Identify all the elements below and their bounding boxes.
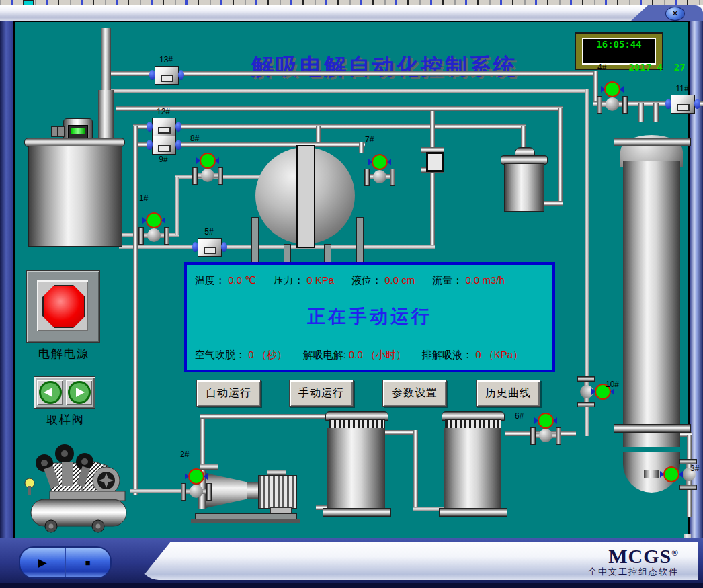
chimney-base	[98, 90, 114, 138]
mcgs-tagline: 全中文工控组态软件	[588, 566, 679, 578]
reading-item: 温度： 0.0 ℃	[195, 274, 256, 287]
pipe-segment	[430, 111, 435, 249]
valve-label: 7#	[365, 135, 374, 144]
air-compressor	[20, 432, 134, 533]
pipe-segment	[413, 430, 418, 511]
sampling-valve-control	[34, 376, 95, 409]
page-title: 解吸电解自动化控制系统	[216, 52, 552, 82]
mcgs-logo: MCGS®	[608, 544, 679, 566]
tank-b-base	[439, 508, 507, 517]
gate-valve-body	[152, 118, 176, 136]
gate-valve-body	[198, 238, 222, 257]
stirred-tank	[28, 146, 122, 247]
pump-top-flange	[200, 464, 218, 470]
electrolysis-column	[623, 161, 680, 447]
pipe-segment	[119, 245, 435, 249]
pump-volute	[206, 473, 247, 508]
window-top-band	[0, 5, 703, 22]
pipe-segment	[383, 430, 417, 435]
power-button-plate	[37, 280, 88, 331]
valve-label: 3#	[690, 464, 699, 473]
manual-run-button[interactable]: 手动运行	[289, 380, 354, 407]
column-bottom-flange	[614, 424, 691, 433]
ball-valve-body	[138, 227, 169, 243]
valve-status-lamp	[146, 212, 162, 228]
arrow-right-icon	[68, 381, 91, 404]
sample-valve-left-button[interactable]	[37, 380, 63, 405]
gate-valve-body	[155, 66, 179, 85]
arrow-left-icon	[39, 381, 62, 404]
column-outlet	[644, 470, 659, 478]
valve-label: 2#	[180, 450, 189, 459]
param-setting-button[interactable]: 参数设置	[382, 380, 447, 407]
clock-time: 16:05:44	[596, 39, 641, 50]
pipe-segment	[544, 201, 563, 206]
clock-display: 16:05:44 2017 4 27	[575, 32, 663, 70]
valve-label: 1#	[139, 194, 148, 203]
process-timers-row: 空气吹脱： 0 （秒）解吸电解: 0.0 （小时）排解吸液： 0 （KPa）	[187, 329, 552, 362]
brand-swoosh: MCGS® 全中文工控组态软件	[140, 542, 698, 580]
pipe-segment	[316, 126, 321, 142]
pipe-segment	[359, 142, 364, 153]
pump-shaft	[247, 482, 258, 499]
close-icon[interactable]: ✕	[665, 7, 685, 21]
sphere-stand-leg	[251, 217, 259, 268]
ball-valve-body	[597, 96, 628, 112]
reactor-center-column	[296, 145, 315, 248]
power-button-bezel	[26, 270, 100, 343]
play-button[interactable]: ▶	[20, 548, 66, 577]
run-control-pill: ▶ ■	[19, 546, 112, 579]
mcgs-runtime-window: ✕ 解吸电解自动化控制系统 16:05:44 2017 4 27	[0, 0, 703, 588]
tank-a-base	[323, 508, 391, 517]
pump-base-plate	[191, 519, 300, 523]
pump-motor-cap	[267, 470, 286, 475]
motor-status-lamp	[71, 128, 85, 134]
process-readings-row: 温度： 0.0 ℃压力： 0 KPa液位： 0.0 cm流量： 0.0 m3/h	[187, 265, 552, 287]
sample-valve-right-button[interactable]	[66, 380, 92, 405]
valve-label: 5#	[189, 227, 229, 237]
valve-label: 10#	[606, 380, 619, 389]
valve-status-lamp	[372, 154, 388, 170]
ball-valve-body	[192, 167, 223, 183]
gate-valve-body	[152, 136, 176, 155]
chimney-stack	[101, 28, 111, 93]
power-button-label: 电解电源	[38, 346, 89, 362]
ball-valve-body	[181, 483, 212, 499]
gate-valve-body	[671, 95, 695, 114]
valve-label: 12#	[143, 107, 183, 116]
ball-valve-body	[364, 169, 395, 185]
clock-date: 2017 4 27	[628, 62, 685, 73]
pipe-segment	[133, 124, 526, 129]
valve-status-lamp	[604, 81, 620, 97]
timer-item: 空气吹脱： 0 （秒）	[195, 349, 287, 362]
valve-status-lamp	[200, 153, 216, 169]
window-frame-bottom	[0, 583, 703, 588]
sight-glass-meter	[421, 147, 444, 173]
pipe-segment	[558, 108, 563, 206]
valve-label: 9#	[143, 155, 183, 164]
stop-button[interactable]: ■	[66, 548, 111, 577]
ball-valve-body	[530, 427, 561, 444]
timer-item: 排解吸液： 0 （KPa）	[422, 349, 523, 362]
valve-status-lamp	[663, 466, 679, 482]
auto-run-button[interactable]: 自动运行	[196, 380, 261, 407]
reading-item: 压力： 0 KPa	[274, 274, 334, 287]
reading-item: 液位： 0.0 cm	[352, 274, 415, 287]
scada-canvas: 解吸电解自动化控制系统 16:05:44 2017 4 27	[13, 21, 690, 539]
history-curve-button[interactable]: 历史曲线	[476, 380, 540, 407]
sampling-valve-label: 取样阀	[46, 412, 85, 427]
filter-vessel	[504, 163, 544, 212]
pump-motor	[258, 475, 297, 509]
column-top-flange	[614, 138, 691, 146]
valve-status-lamp	[188, 468, 204, 485]
storage-tank-a	[327, 428, 385, 509]
window-frame-left	[0, 21, 13, 538]
timer-item: 解吸电解: 0.0 （小时）	[303, 349, 406, 362]
valve-label: 8#	[190, 134, 199, 143]
valve-label: 4#	[597, 62, 606, 72]
valve-status-lamp	[538, 413, 554, 429]
run-mode-status: 正在手动运行	[187, 304, 552, 329]
valve-label: 6#	[515, 411, 524, 421]
electrolysis-power-button[interactable]	[42, 285, 85, 328]
sphere-stand-leg	[356, 217, 364, 268]
